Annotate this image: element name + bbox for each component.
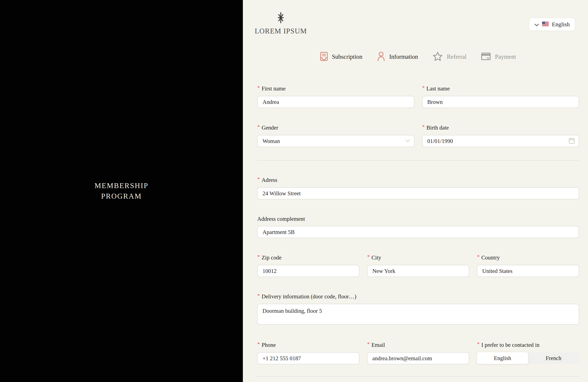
phone-input[interactable] bbox=[257, 352, 359, 364]
brand-logo: LOREM IPSUM bbox=[255, 12, 307, 35]
contact-language-toggle: English French bbox=[477, 352, 579, 364]
required-marker: * bbox=[477, 254, 480, 260]
subscription-icon bbox=[320, 52, 328, 62]
phone-field: *Phone bbox=[257, 341, 359, 364]
information-form: *First name *Last name *Gender Woman bbox=[257, 85, 579, 377]
steps-nav: Subscription Information bbox=[257, 52, 579, 62]
address-field: *Adress bbox=[257, 176, 579, 199]
membership-program-title: MEMBERSHIP PROGRAM bbox=[94, 180, 148, 202]
membership-signup-page: MEMBERSHIP PROGRAM LOREM IPSUM bbox=[0, 0, 588, 382]
city-input[interactable] bbox=[367, 265, 469, 277]
delivery-info-label: *Delivery information (door code, floor…… bbox=[257, 293, 579, 300]
zip-code-input[interactable] bbox=[257, 265, 359, 277]
gender-field: *Gender Woman bbox=[257, 124, 414, 147]
country-input[interactable] bbox=[477, 265, 579, 277]
star-icon bbox=[433, 52, 442, 62]
email-input[interactable] bbox=[367, 352, 469, 364]
gender-select[interactable]: Woman bbox=[257, 135, 414, 147]
birth-date-input[interactable] bbox=[422, 135, 579, 147]
step-subscription-label: Subscription bbox=[332, 53, 362, 60]
address-complement-input[interactable] bbox=[257, 226, 579, 238]
step-information[interactable]: Information bbox=[377, 52, 418, 62]
hero-panel: MEMBERSHIP PROGRAM bbox=[0, 0, 243, 382]
required-marker: * bbox=[257, 85, 260, 91]
language-selector-label: English bbox=[552, 21, 570, 28]
address-input[interactable] bbox=[257, 187, 579, 199]
zip-code-field: *Zip code bbox=[257, 254, 359, 277]
required-marker: * bbox=[257, 254, 260, 260]
gender-label: *Gender bbox=[257, 124, 414, 131]
city-field: *City bbox=[367, 254, 469, 277]
required-marker: * bbox=[257, 341, 260, 347]
bottom-divider bbox=[257, 376, 579, 377]
person-icon bbox=[377, 52, 385, 62]
contact-language-field: *I prefer to be contacted in English Fre… bbox=[477, 341, 579, 364]
first-name-label: *First name bbox=[257, 85, 414, 92]
step-referral-label: Referral bbox=[447, 53, 467, 60]
first-name-input[interactable] bbox=[257, 96, 414, 108]
required-marker: * bbox=[422, 124, 425, 130]
delivery-info-textarea[interactable]: Doorman building, floor 5 bbox=[257, 304, 579, 325]
phone-label: *Phone bbox=[257, 341, 359, 349]
step-subscription[interactable]: Subscription bbox=[320, 52, 362, 62]
city-label: *City bbox=[367, 254, 469, 261]
step-payment[interactable]: Payment bbox=[481, 53, 516, 61]
last-name-label: *Last name bbox=[422, 85, 579, 92]
required-marker: * bbox=[257, 124, 260, 130]
birth-date-field: *Birth date bbox=[422, 124, 579, 147]
brand-logo-text: LOREM IPSUM bbox=[255, 27, 307, 35]
step-payment-label: Payment bbox=[495, 53, 516, 60]
section-divider bbox=[257, 160, 579, 161]
country-field: *Country bbox=[477, 254, 579, 277]
contact-language-option-english[interactable]: English bbox=[477, 352, 528, 364]
email-label: *Email bbox=[367, 341, 469, 349]
required-marker: * bbox=[367, 341, 370, 347]
contact-language-option-french[interactable]: French bbox=[528, 352, 579, 364]
contact-language-label: *I prefer to be contacted in bbox=[477, 341, 579, 349]
required-marker: * bbox=[477, 341, 480, 347]
asterisk-logo-icon bbox=[277, 12, 285, 24]
step-information-label: Information bbox=[389, 53, 418, 60]
address-label: *Adress bbox=[257, 176, 579, 184]
form-panel: LOREM IPSUM bbox=[243, 0, 588, 382]
us-flag-icon bbox=[542, 21, 549, 28]
delivery-info-field: *Delivery information (door code, floor…… bbox=[257, 293, 579, 325]
step-referral[interactable]: Referral bbox=[433, 52, 467, 62]
required-marker: * bbox=[422, 85, 425, 91]
birth-date-label: *Birth date bbox=[422, 124, 579, 131]
gender-select-value: Woman bbox=[262, 138, 280, 144]
card-icon bbox=[481, 53, 491, 61]
address-complement-label: Address complement bbox=[257, 215, 579, 222]
country-label: *Country bbox=[477, 254, 579, 261]
last-name-input[interactable] bbox=[422, 96, 579, 108]
email-field: *Email bbox=[367, 341, 469, 364]
first-name-field: *First name bbox=[257, 85, 414, 108]
required-marker: * bbox=[367, 254, 370, 260]
zip-code-label: *Zip code bbox=[257, 254, 359, 261]
required-marker: * bbox=[257, 176, 260, 182]
required-marker: * bbox=[257, 293, 260, 298]
chevron-down-icon bbox=[534, 21, 539, 28]
address-complement-field: Address complement bbox=[257, 215, 579, 238]
last-name-field: *Last name bbox=[422, 85, 579, 108]
language-selector-button[interactable]: English bbox=[529, 18, 575, 31]
